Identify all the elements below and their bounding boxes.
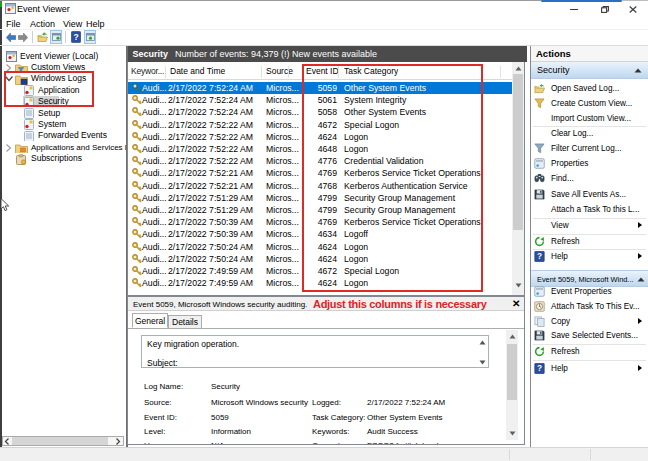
svg-text:?: ? (537, 253, 542, 262)
svg-text:?: ? (73, 32, 78, 42)
svg-text:?: ? (537, 364, 542, 373)
